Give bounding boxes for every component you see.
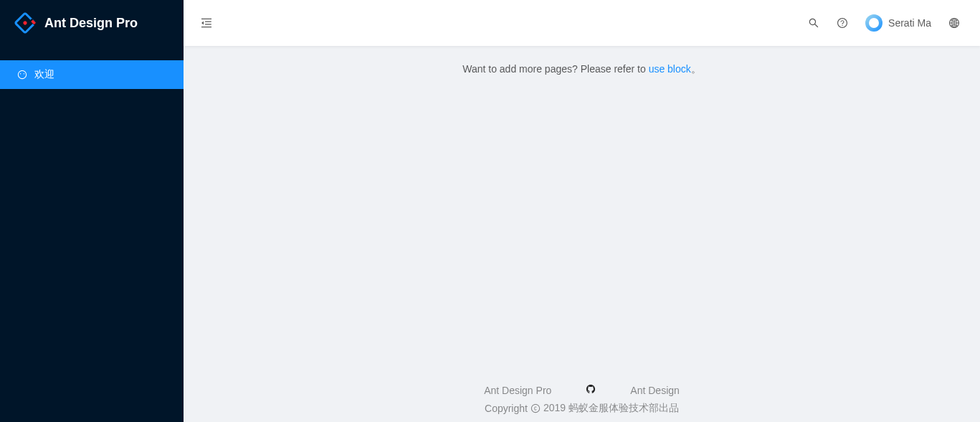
help-button[interactable] xyxy=(828,0,857,46)
footer-copyright: Copyright 2019 蚂蚁金服体验技术部出品 xyxy=(201,402,963,415)
copyright-icon xyxy=(531,403,541,413)
sidebar-menu: 欢迎 xyxy=(0,46,184,89)
main-area: Serati Ma Want to add more pages? Please… xyxy=(184,0,980,422)
logo-title: Ant Design Pro xyxy=(44,16,138,31)
question-circle-icon xyxy=(837,17,848,29)
user-menu[interactable]: Serati Ma xyxy=(857,0,940,46)
footer-link-github[interactable] xyxy=(586,384,596,396)
footer: Ant Design Pro Ant Design Copyright xyxy=(184,372,980,422)
logo-icon xyxy=(14,12,36,34)
svg-point-6 xyxy=(842,25,842,26)
search-button[interactable] xyxy=(799,0,828,46)
globe-icon xyxy=(948,17,960,29)
language-button[interactable] xyxy=(940,0,969,46)
sidebar: Ant Design Pro 欢迎 xyxy=(0,0,184,422)
svg-point-5 xyxy=(24,73,24,74)
footer-link-antd-pro[interactable]: Ant Design Pro xyxy=(484,385,551,396)
content-text-after: 。 xyxy=(691,63,701,75)
sidebar-item-label: 欢迎 xyxy=(34,68,54,81)
avatar xyxy=(865,14,883,32)
menu-fold-icon xyxy=(200,17,213,29)
logo-area[interactable]: Ant Design Pro xyxy=(0,0,184,46)
header-right: Serati Ma xyxy=(799,0,969,46)
app-layout: Ant Design Pro 欢迎 xyxy=(0,0,980,422)
copyright-before: Copyright xyxy=(485,403,528,414)
content-text-before: Want to add more pages? Please refer to xyxy=(462,63,648,75)
svg-point-4 xyxy=(20,73,21,74)
smile-icon xyxy=(17,70,27,80)
header: Serati Ma xyxy=(184,0,980,46)
content-body: Want to add more pages? Please refer to … xyxy=(184,46,980,372)
menu-fold-button[interactable] xyxy=(184,0,229,46)
copyright-after: 2019 蚂蚁金服体验技术部出品 xyxy=(543,402,679,415)
use-block-link[interactable]: use block xyxy=(649,63,691,75)
svg-point-3 xyxy=(22,20,27,25)
footer-link-antd[interactable]: Ant Design xyxy=(630,385,679,396)
search-icon xyxy=(808,17,819,29)
username-label: Serati Ma xyxy=(888,17,931,29)
content: Want to add more pages? Please refer to … xyxy=(184,46,980,422)
github-icon xyxy=(586,384,596,394)
footer-links: Ant Design Pro Ant Design xyxy=(201,384,963,396)
sidebar-item-welcome[interactable]: 欢迎 xyxy=(0,60,184,89)
